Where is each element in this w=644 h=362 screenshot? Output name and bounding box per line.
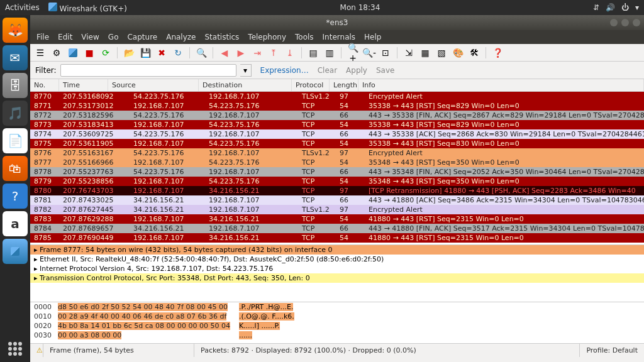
filter-input[interactable] <box>60 64 236 77</box>
packet-row[interactable]: 8780207.76743703192.168.7.10734.216.156.… <box>30 186 644 195</box>
packet-row[interactable]: 8785207.87690449192.168.7.10734.216.156.… <box>30 233 644 243</box>
zoom-out-icon[interactable]: 🔍- <box>363 47 375 59</box>
packet-row[interactable]: 8776207.5516316754.223.75.176192.168.7.1… <box>30 148 644 158</box>
interfaces-icon[interactable]: ☰ <box>34 47 47 59</box>
menu-file[interactable]: File <box>36 33 49 41</box>
colorize-icon[interactable]: ▤ <box>307 47 319 59</box>
detail-frame[interactable]: ▸ Frame 8777: 54 bytes on wire (432 bits… <box>30 245 644 255</box>
menu-view[interactable]: View <box>81 33 99 41</box>
packet-row[interactable]: 8775207.53611905192.168.7.10754.223.75.1… <box>30 139 644 148</box>
prefs-icon[interactable]: 🛠 <box>468 47 480 59</box>
menu-capture[interactable]: Capture <box>127 33 157 41</box>
go-forward-icon[interactable]: ▶ <box>235 47 247 59</box>
capture-filters-icon[interactable]: ▦ <box>419 47 431 59</box>
minimize-button[interactable] <box>610 19 618 26</box>
app-menu[interactable]: Wireshark (GTK+) <box>48 3 127 13</box>
col-info[interactable]: Info <box>358 79 644 91</box>
packet-row[interactable]: 8770207.5316809254.223.75.176192.168.7.1… <box>30 92 644 101</box>
filter-dropdown-icon[interactable]: ▾ <box>240 64 252 77</box>
network-icon[interactable]: ⇵ <box>593 3 599 12</box>
packet-row[interactable]: 8781207.8743302534.216.156.21192.168.7.1… <box>30 195 644 205</box>
go-to-icon[interactable]: ⇥ <box>251 47 264 59</box>
go-back-icon[interactable]: ◀ <box>218 47 231 59</box>
packet-row[interactable]: 8771207.53173012192.168.7.10754.223.75.1… <box>30 101 644 111</box>
menu-go[interactable]: Go <box>108 33 119 41</box>
stop-capture-icon[interactable]: ■ <box>83 47 96 59</box>
dock-firefox[interactable]: 🦊 <box>3 18 28 43</box>
hex-pane[interactable]: 0000001000200030 d8 50 e6 d0 2f 50 52 54… <box>30 302 644 343</box>
col-destination[interactable]: Destination <box>199 79 292 91</box>
wireshark-window: *ens3 File Edit View Go Capture Analyze … <box>30 15 644 362</box>
launcher-dock: 🦊 ✉ 🗄 🎵 📄 🛍 ? a <box>0 15 30 362</box>
power-icon[interactable]: ⏻ <box>621 3 629 12</box>
go-first-icon[interactable]: ⤒ <box>267 47 280 59</box>
coloring-rules-icon[interactable]: 🎨 <box>452 47 464 59</box>
resize-cols-icon[interactable]: ⇲ <box>402 47 415 59</box>
packet-row[interactable]: 8779207.55238856192.168.7.10754.223.75.1… <box>30 177 644 186</box>
status-profile[interactable]: Profile: Default <box>580 344 644 357</box>
col-source[interactable]: Source <box>108 79 199 91</box>
menu-statistics[interactable]: Statistics <box>204 33 239 41</box>
help-icon[interactable]: ❓ <box>491 47 504 59</box>
start-capture-icon[interactable] <box>67 47 79 59</box>
menu-help[interactable]: Help <box>364 33 381 41</box>
zoom-reset-icon[interactable]: ⊡ <box>379 47 392 59</box>
open-icon[interactable]: 📂 <box>123 47 135 59</box>
detail-ethernet[interactable]: ▸ Ethernet II, Src: RealtekU_48:40:7f (5… <box>30 255 644 264</box>
menu-edit[interactable]: Edit <box>58 33 72 41</box>
packet-row[interactable]: 8783207.87629288192.168.7.10734.216.156.… <box>30 214 644 224</box>
col-length[interactable]: Length <box>330 79 358 91</box>
col-protocol[interactable]: Protocol <box>292 79 330 91</box>
maximize-button[interactable] <box>621 19 629 26</box>
save-icon[interactable]: 💾 <box>139 47 152 59</box>
packet-row[interactable]: 8784207.8768965734.216.156.21192.168.7.1… <box>30 224 644 233</box>
detail-tcp[interactable]: ▸ Transmission Control Protocol, Src Por… <box>30 273 644 283</box>
packet-row[interactable]: 8773207.53183413192.168.7.10754.223.75.1… <box>30 120 644 129</box>
dock-files[interactable]: 🗄 <box>3 73 28 98</box>
packet-row[interactable]: 8782207.8762744534.216.156.21192.168.7.1… <box>30 205 644 214</box>
col-no[interactable]: No. <box>30 79 59 91</box>
close-file-icon[interactable]: ✖ <box>155 47 168 59</box>
volume-icon[interactable]: 🔊 <box>606 3 615 12</box>
dock-thunderbird[interactable]: ✉ <box>3 45 28 70</box>
packet-row[interactable]: 8778207.5523776354.223.75.176192.168.7.1… <box>30 167 644 177</box>
save-button[interactable]: Save <box>376 66 394 75</box>
apply-button[interactable]: Apply <box>346 66 367 75</box>
dock-software[interactable]: 🛍 <box>3 156 28 181</box>
wireshark-icon <box>48 3 57 11</box>
col-time[interactable]: Time <box>59 79 108 91</box>
dock-help[interactable]: ? <box>3 184 28 209</box>
chevron-down-icon[interactable]: ▾ <box>635 3 639 12</box>
window-titlebar[interactable]: *ens3 <box>30 15 644 30</box>
expert-info-icon[interactable]: ⚠ <box>30 344 43 357</box>
reload-icon[interactable]: ↻ <box>172 47 184 59</box>
menu-telephony[interactable]: Telephony <box>248 33 286 41</box>
show-applications[interactable] <box>8 342 22 356</box>
packet-row[interactable]: 8772207.5318259654.223.75.176192.168.7.1… <box>30 111 644 120</box>
restart-capture-icon[interactable]: ⟳ <box>99 47 112 59</box>
packet-details[interactable]: ▸ Frame 8777: 54 bytes on wire (432 bits… <box>30 244 644 302</box>
menu-internals[interactable]: Internals <box>323 33 356 41</box>
menu-analyze[interactable]: Analyze <box>166 33 196 41</box>
clock[interactable]: Mon 18:34 <box>127 3 593 12</box>
display-filters-icon[interactable]: ▧ <box>435 47 448 59</box>
options-icon[interactable]: ⚙ <box>50 47 63 59</box>
zoom-in-icon[interactable]: 🔍+ <box>347 47 359 59</box>
close-button[interactable] <box>633 19 640 26</box>
packet-row[interactable]: 8774207.5360972554.223.75.176192.168.7.1… <box>30 129 644 139</box>
packet-list[interactable]: 8770207.5316809254.223.75.176192.168.7.1… <box>30 92 644 244</box>
activities-button[interactable]: Activities <box>5 3 40 12</box>
clear-button[interactable]: Clear <box>318 66 337 75</box>
dock-writer[interactable]: 📄 <box>3 128 28 153</box>
menu-tools[interactable]: Tools <box>295 33 314 41</box>
dock-rhythmbox[interactable]: 🎵 <box>3 101 28 126</box>
go-last-icon[interactable]: ⤓ <box>284 47 296 59</box>
dock-wireshark[interactable] <box>3 239 28 264</box>
detail-ip[interactable]: ▸ Internet Protocol Version 4, Src: 192.… <box>30 264 644 273</box>
menu-bar: File Edit View Go Capture Analyze Statis… <box>30 30 644 44</box>
auto-scroll-icon[interactable]: ▥ <box>323 47 336 59</box>
find-icon[interactable]: 🔍 <box>195 47 208 59</box>
expression-button[interactable]: Expression… <box>260 66 309 75</box>
packet-row[interactable]: 8777207.55166966192.168.7.10754.223.75.1… <box>30 158 644 167</box>
dock-amazon[interactable]: a <box>3 211 28 236</box>
